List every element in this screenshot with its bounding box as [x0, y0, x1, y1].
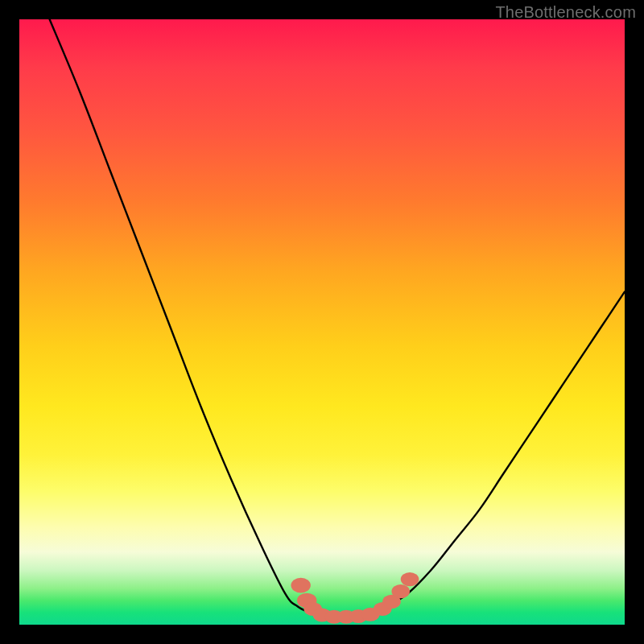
plot-area: [19, 19, 625, 625]
marker-dots: [291, 572, 419, 624]
marker-dot: [401, 572, 419, 586]
chart-frame: TheBottleneck.com: [0, 0, 644, 644]
curve-layer: [19, 19, 625, 625]
marker-dot: [291, 578, 310, 593]
curve-path-group: [50, 19, 625, 617]
watermark-text: TheBottleneck.com: [495, 3, 636, 22]
bottleneck-curve: [50, 19, 625, 617]
marker-dot: [391, 584, 410, 598]
